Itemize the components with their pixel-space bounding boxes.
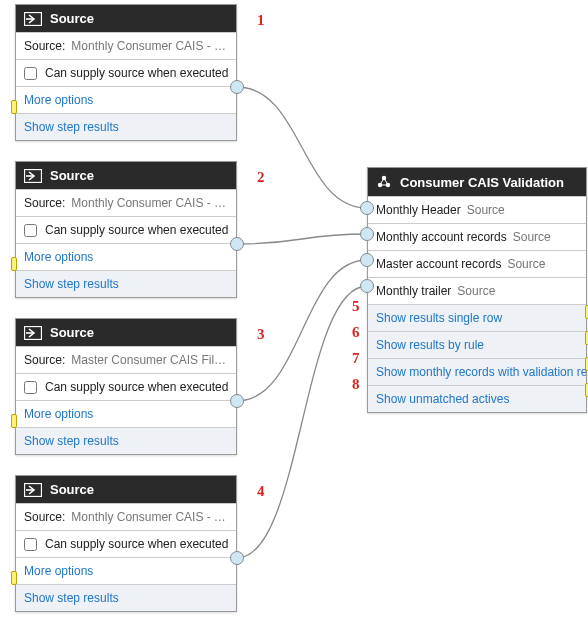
show-step-results-link[interactable]: Show step results: [16, 270, 236, 297]
source-node-4[interactable]: Source Source: Monthly Consumer CAIS - T…: [15, 475, 237, 612]
more-options-link[interactable]: More options: [16, 243, 236, 270]
annotation-marker: 3: [257, 326, 265, 343]
source-in-icon: [24, 483, 42, 497]
source-value: Monthly Consumer CAIS - Body: [71, 196, 228, 210]
validation-result-link[interactable]: Show results single row: [368, 304, 586, 331]
source-label: Source:: [24, 39, 65, 53]
handle-tab[interactable]: [11, 100, 17, 114]
node-title: Source: [50, 168, 94, 183]
validation-input-row[interactable]: Monthly trailer Source: [368, 277, 586, 304]
validation-input-name: Monthly account records: [376, 230, 507, 244]
source-node-2[interactable]: Source Source: Monthly Consumer CAIS - B…: [15, 161, 237, 298]
source-in-icon: [24, 169, 42, 183]
show-step-results-link[interactable]: Show step results: [16, 584, 236, 611]
output-port[interactable]: [230, 80, 244, 94]
show-step-results-link[interactable]: Show step results: [16, 113, 236, 140]
validation-result-link[interactable]: Show unmatched actives: [368, 385, 586, 412]
validation-input-type: Source: [507, 257, 545, 271]
validation-input-name: Monthly trailer: [376, 284, 451, 298]
source-value-row[interactable]: Source: Monthly Consumer CAIS - Body: [16, 189, 236, 216]
validation-result-link[interactable]: Show results by rule: [368, 331, 586, 358]
validation-input-row[interactable]: Monthly Header Source: [368, 196, 586, 223]
annotation-marker: 4: [257, 483, 265, 500]
can-supply-checkbox[interactable]: [24, 538, 37, 551]
output-port[interactable]: [230, 237, 244, 251]
handle-tab[interactable]: [11, 257, 17, 271]
validation-input-name: Master account records: [376, 257, 501, 271]
node-header[interactable]: Source: [16, 162, 236, 189]
output-port[interactable]: [230, 551, 244, 565]
source-value-row[interactable]: Source: Master Consumer CAIS File - B...: [16, 346, 236, 373]
annotation-marker: 8: [352, 376, 360, 393]
handle-tab[interactable]: [11, 571, 17, 585]
can-supply-label: Can supply source when executed: [45, 223, 228, 237]
node-header[interactable]: Source: [16, 319, 236, 346]
more-options-link[interactable]: More options: [16, 557, 236, 584]
show-step-results-link[interactable]: Show step results: [16, 427, 236, 454]
can-supply-label: Can supply source when executed: [45, 537, 228, 551]
validation-input-name: Monthly Header: [376, 203, 461, 217]
node-title: Source: [50, 325, 94, 340]
source-label: Source:: [24, 196, 65, 210]
source-value: Monthly Consumer CAIS - Trailer: [71, 510, 228, 524]
node-title: Source: [50, 11, 94, 26]
node-title: Consumer CAIS Validation: [400, 175, 564, 190]
node-title: Source: [50, 482, 94, 497]
annotation-marker: 1: [257, 12, 265, 29]
source-value-row[interactable]: Source: Monthly Consumer CAIS - Trailer: [16, 503, 236, 530]
output-port[interactable]: [230, 394, 244, 408]
can-supply-row[interactable]: Can supply source when executed: [16, 373, 236, 400]
can-supply-row[interactable]: Can supply source when executed: [16, 216, 236, 243]
annotation-marker: 6: [352, 324, 360, 341]
can-supply-checkbox[interactable]: [24, 224, 37, 237]
source-label: Source:: [24, 353, 65, 367]
validation-node[interactable]: Consumer CAIS Validation Monthly Header …: [367, 167, 587, 413]
validation-icon: [376, 174, 392, 190]
validation-input-row[interactable]: Master account records Source: [368, 250, 586, 277]
source-node-1[interactable]: Source Source: Monthly Consumer CAIS - H…: [15, 4, 237, 141]
validation-input-type: Source: [467, 203, 505, 217]
can-supply-checkbox[interactable]: [24, 381, 37, 394]
handle-tab[interactable]: [11, 414, 17, 428]
input-port[interactable]: [360, 253, 374, 267]
annotation-marker: 7: [352, 350, 360, 367]
validation-input-type: Source: [513, 230, 551, 244]
can-supply-label: Can supply source when executed: [45, 380, 228, 394]
more-options-link[interactable]: More options: [16, 400, 236, 427]
node-header[interactable]: Source: [16, 5, 236, 32]
can-supply-label: Can supply source when executed: [45, 66, 228, 80]
input-port[interactable]: [360, 227, 374, 241]
input-port[interactable]: [360, 279, 374, 293]
input-port[interactable]: [360, 201, 374, 215]
can-supply-row[interactable]: Can supply source when executed: [16, 530, 236, 557]
source-in-icon: [24, 326, 42, 340]
validation-input-type: Source: [457, 284, 495, 298]
source-value: Monthly Consumer CAIS - Hea...: [71, 39, 228, 53]
source-node-3[interactable]: Source Source: Master Consumer CAIS File…: [15, 318, 237, 455]
annotation-marker: 5: [352, 298, 360, 315]
source-label: Source:: [24, 510, 65, 524]
validation-input-row[interactable]: Monthly account records Source: [368, 223, 586, 250]
source-value: Master Consumer CAIS File - B...: [71, 353, 228, 367]
source-in-icon: [24, 12, 42, 26]
more-options-link[interactable]: More options: [16, 86, 236, 113]
node-header[interactable]: Consumer CAIS Validation: [368, 168, 586, 196]
node-header[interactable]: Source: [16, 476, 236, 503]
source-value-row[interactable]: Source: Monthly Consumer CAIS - Hea...: [16, 32, 236, 59]
validation-result-link[interactable]: Show monthly records with validation res…: [368, 358, 586, 385]
can-supply-row[interactable]: Can supply source when executed: [16, 59, 236, 86]
can-supply-checkbox[interactable]: [24, 67, 37, 80]
annotation-marker: 2: [257, 169, 265, 186]
